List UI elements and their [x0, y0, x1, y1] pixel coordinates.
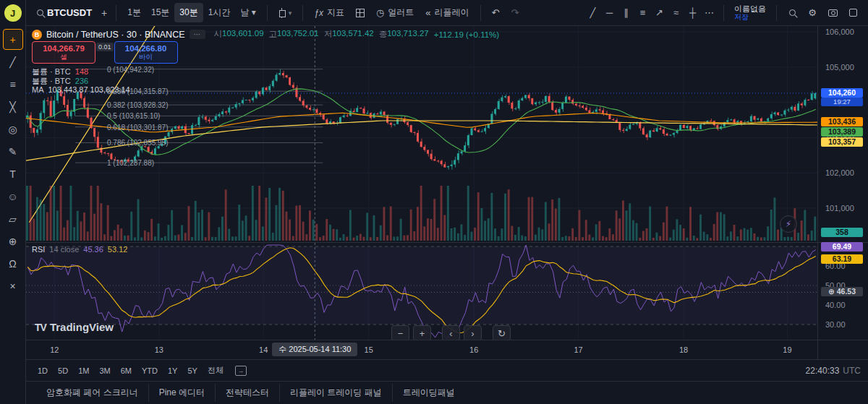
tab-crypto-pair-screener[interactable]: 암호화폐 페어 스크리너: [36, 384, 148, 402]
buy-price: 104,266.80: [125, 44, 167, 53]
tab-strategy-tester[interactable]: 전략테스터: [215, 384, 279, 402]
range-5y[interactable]: 5Y: [183, 364, 201, 377]
magnet-tool[interactable]: Ω: [3, 253, 23, 274]
ohlc-values: 시103,601.09 고103,752.01 저103,571.42 종103…: [214, 29, 500, 40]
timeframe-1day[interactable]: 날 ▾: [235, 3, 260, 22]
redo-button[interactable]: ↷: [506, 4, 524, 22]
high-value: 103,752.01: [277, 29, 319, 40]
reset-chart-button[interactable]: ↻: [493, 325, 511, 340]
range-5d[interactable]: 5D: [54, 364, 72, 377]
rsi-axis-label: 40.00: [825, 301, 846, 309]
layout-grid-button[interactable]: [351, 5, 370, 21]
zoom-in-tool[interactable]: ⊕: [3, 231, 23, 252]
fib-level-label: 0.786 (102,855.95): [107, 139, 169, 147]
ma-green-price-tag: 103,389: [821, 127, 863, 137]
chart-type-button[interactable]: ▾: [273, 4, 297, 22]
goto-arrow-icon: →: [237, 367, 244, 374]
range-ytd[interactable]: YTD: [137, 364, 162, 377]
compare-add-symbol-icon[interactable]: +: [98, 7, 110, 19]
replay-button[interactable]: « 리플레이: [420, 3, 474, 22]
legend-more-menu[interactable]: ⋯: [190, 30, 205, 39]
toolbar-divider: [302, 5, 303, 21]
symbol-title[interactable]: Bitcoin / TetherUS · 30 · BINANCE: [46, 30, 185, 40]
zoom-in-button[interactable]: +: [413, 325, 431, 340]
sell-button[interactable]: 104,266.79 셀: [32, 41, 95, 64]
toolbar-divider: [480, 5, 481, 21]
eraser-tool[interactable]: ×: [3, 275, 23, 296]
trend-line-tool[interactable]: ╱: [3, 51, 23, 72]
goto-date-button[interactable]: →: [235, 366, 247, 376]
bottom-panel-tabs: 암호화폐 페어 스크리너Pine 에디터전략테스터리플레이 트레이딩 패널트레이…: [26, 381, 868, 404]
text-tool[interactable]: T: [3, 163, 23, 184]
tab-replay-trading-panel[interactable]: 리플레이 트레이딩 패널: [279, 384, 392, 402]
toolbar-divider: [116, 5, 116, 21]
price-axis[interactable]: 106,000105,000104,000103,000102,000101,0…: [817, 26, 868, 340]
tab-pine-editor[interactable]: Pine 에디터: [148, 384, 215, 402]
time-axis[interactable]: 1213141516171819수 2025-05-14 11:30: [26, 340, 817, 359]
indicators-button[interactable]: ƒx 지표: [309, 3, 349, 22]
scroll-right-button[interactable]: ›: [464, 325, 482, 340]
boost-button[interactable]: ⚡: [780, 215, 797, 233]
undo-button[interactable]: ↶: [487, 4, 505, 22]
tradingview-app: J +╱≡╳◎✎T☺▱⊕Ω× BTCUSDT + 1분15분30분1시간날 ▾ …: [0, 0, 868, 404]
rsi-ma-value-tag: 63.19: [821, 254, 863, 264]
indicators-icon: ƒx: [314, 8, 323, 18]
time-axis-label: 12: [50, 345, 59, 354]
range-all[interactable]: 전체: [203, 363, 228, 378]
last-price-tag: 104,260: [821, 88, 863, 98]
indicator-legend-row[interactable]: 볼륨 · BTC236: [32, 77, 130, 86]
fav-arrow-icon[interactable]: ↗: [651, 4, 668, 22]
quick-search-button[interactable]: [783, 4, 801, 22]
timeframe-1hour[interactable]: 1시간: [203, 3, 236, 22]
rsi-ma-value: 53.12: [108, 245, 128, 254]
scroll-left-button[interactable]: ‹: [442, 325, 460, 340]
brush-tool[interactable]: ✎: [3, 141, 23, 162]
fav-cross-line-icon[interactable]: ┼: [684, 4, 701, 22]
emoji-tool[interactable]: ☺: [3, 186, 23, 207]
buy-button[interactable]: 104,266.80 바이: [114, 41, 178, 64]
alert-label: 얼러트: [388, 7, 414, 19]
layout-save-button[interactable]: 이름없음 저장: [730, 4, 770, 22]
bitcoin-icon: B: [32, 30, 42, 40]
tradingview-wordmark: TradingView: [50, 321, 114, 333]
close-value: 103,713.27: [387, 29, 429, 40]
fav-trend-line-icon[interactable]: ╱: [584, 4, 601, 22]
tradingview-logo[interactable]: TV TradingView: [35, 321, 114, 333]
fav-curve-icon[interactable]: ≈: [668, 4, 684, 22]
time-axis-label: 16: [469, 345, 478, 354]
pattern-tool[interactable]: ╳: [3, 96, 23, 117]
zoom-out-button[interactable]: −: [391, 325, 409, 340]
timeframe-1min[interactable]: 1분: [122, 3, 146, 22]
range-1m[interactable]: 1M: [74, 364, 93, 377]
timeframe-15min[interactable]: 15분: [146, 3, 174, 22]
layout-name: 이름없음: [734, 4, 766, 13]
snapshot-button[interactable]: [823, 4, 842, 22]
clock[interactable]: 22:40:33 UTC: [806, 366, 861, 376]
fav-horizontal-line-icon[interactable]: ─: [601, 4, 618, 22]
range-6m[interactable]: 6M: [116, 364, 136, 377]
fib-level-label: 0 (104,942.32): [107, 66, 154, 74]
fav-fib-retracement-icon[interactable]: ≡: [634, 4, 651, 22]
forecast-tool[interactable]: ◎: [3, 119, 23, 139]
user-avatar[interactable]: J: [4, 4, 22, 22]
fav-more-tools-icon[interactable]: ⋯: [701, 4, 718, 22]
timeframe-30min[interactable]: 30분: [174, 3, 203, 22]
range-1y[interactable]: 1Y: [163, 364, 182, 377]
settings-button[interactable]: ⚙: [803, 4, 822, 22]
drawing-toolbar: J +╱≡╳◎✎T☺▱⊕Ω×: [0, 0, 26, 404]
axis-corner: [817, 340, 868, 359]
crosshair-tool[interactable]: +: [3, 29, 23, 50]
indicator-name: 볼륨 · BTC: [32, 67, 71, 77]
alert-button[interactable]: ◷ 얼러트: [371, 3, 419, 22]
range-1d[interactable]: 1D: [33, 364, 52, 377]
fullscreen-button[interactable]: [843, 4, 862, 22]
fav-parallel-channel-icon[interactable]: ∥: [618, 4, 634, 22]
range-3m[interactable]: 3M: [95, 364, 114, 377]
search-icon: [37, 9, 43, 16]
tab-trading-panel[interactable]: 트레이딩패널: [392, 384, 465, 402]
symbol-search-button[interactable]: BTCUSDT: [32, 4, 97, 22]
measure-tool[interactable]: ▱: [3, 208, 23, 229]
clock-timezone: UTC: [843, 366, 861, 376]
fib-retracement-tool[interactable]: ≡: [3, 74, 23, 95]
buy-label: 바이: [139, 53, 153, 61]
